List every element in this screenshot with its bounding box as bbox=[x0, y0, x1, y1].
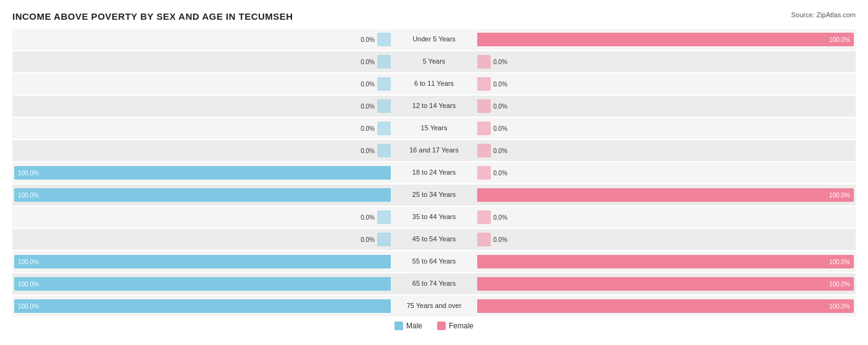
female-value: 100.0% bbox=[829, 303, 850, 310]
right-section: 0.0% bbox=[477, 229, 856, 250]
right-section: 100.0% bbox=[477, 296, 856, 317]
left-section: 100.0% bbox=[12, 251, 391, 272]
male-value: 0.0% bbox=[361, 148, 375, 154]
left-section: 0.0% bbox=[12, 29, 391, 50]
legend-female: Female bbox=[437, 322, 474, 330]
legend: Male Female bbox=[12, 322, 856, 330]
bar-row: 0.0%5 Years0.0% bbox=[12, 51, 856, 72]
bar-row: 100.0%18 to 24 Years0.0% bbox=[12, 162, 856, 183]
left-section: 100.0% bbox=[12, 185, 391, 206]
chart-area: 0.0%Under 5 Years100.0%0.0%5 Years0.0%0.… bbox=[12, 29, 856, 317]
left-section: 100.0% bbox=[12, 273, 391, 294]
female-value: 100.0% bbox=[829, 192, 850, 199]
right-section: 100.0% bbox=[477, 185, 856, 206]
male-swatch bbox=[394, 322, 403, 330]
bar-row: 0.0%6 to 11 Years0.0% bbox=[12, 73, 856, 94]
female-value: 0.0% bbox=[493, 125, 507, 132]
female-value: 0.0% bbox=[493, 81, 507, 88]
male-value: 100.0% bbox=[18, 259, 39, 265]
age-label: 35 to 44 Years bbox=[391, 213, 477, 221]
left-section: 0.0% bbox=[12, 140, 391, 161]
bar-row: 0.0%12 to 14 Years0.0% bbox=[12, 96, 856, 117]
age-label: 65 to 74 Years bbox=[391, 280, 477, 288]
male-legend-label: Male bbox=[406, 322, 422, 330]
left-section: 0.0% bbox=[12, 229, 391, 250]
bar-row: 0.0%45 to 54 Years0.0% bbox=[12, 229, 856, 250]
bar-row: 0.0%15 Years0.0% bbox=[12, 118, 856, 139]
age-label: 15 Years bbox=[391, 124, 477, 132]
female-value: 0.0% bbox=[493, 170, 507, 177]
right-section: 0.0% bbox=[477, 162, 856, 183]
left-section: 0.0% bbox=[12, 207, 391, 228]
male-value: 100.0% bbox=[18, 192, 39, 199]
age-label: 55 to 64 Years bbox=[391, 257, 477, 265]
female-value: 0.0% bbox=[493, 148, 507, 154]
age-label: 25 to 34 Years bbox=[391, 191, 477, 199]
right-section: 0.0% bbox=[477, 73, 856, 94]
left-section: 100.0% bbox=[12, 162, 391, 183]
chart-title: INCOME ABOVE POVERTY BY SEX AND AGE IN T… bbox=[12, 11, 293, 22]
male-value: 0.0% bbox=[361, 81, 375, 88]
left-section: 0.0% bbox=[12, 51, 391, 72]
right-section: 0.0% bbox=[477, 140, 856, 161]
female-value: 100.0% bbox=[829, 36, 850, 43]
male-value: 0.0% bbox=[361, 125, 375, 132]
right-section: 0.0% bbox=[477, 96, 856, 117]
bar-row: 100.0%55 to 64 Years100.0% bbox=[12, 251, 856, 272]
male-value: 100.0% bbox=[18, 170, 39, 177]
right-section: 0.0% bbox=[477, 51, 856, 72]
male-value: 100.0% bbox=[18, 281, 39, 288]
bar-row: 100.0%65 to 74 Years100.0% bbox=[12, 273, 856, 294]
age-label: 5 Years bbox=[391, 57, 477, 65]
bar-row: 100.0%75 Years and over100.0% bbox=[12, 296, 856, 317]
left-section: 0.0% bbox=[12, 96, 391, 117]
female-value: 100.0% bbox=[829, 259, 850, 265]
age-label: 12 to 14 Years bbox=[391, 102, 477, 110]
age-label: 16 and 17 Years bbox=[391, 146, 477, 154]
male-value: 100.0% bbox=[18, 303, 39, 310]
legend-male: Male bbox=[394, 322, 422, 330]
female-value: 0.0% bbox=[493, 103, 507, 110]
age-label: 18 to 24 Years bbox=[391, 168, 477, 177]
age-label: 45 to 54 Years bbox=[391, 235, 477, 243]
age-label: Under 5 Years bbox=[391, 35, 477, 43]
left-section: 0.0% bbox=[12, 73, 391, 94]
left-section: 0.0% bbox=[12, 118, 391, 139]
bar-row: 0.0%35 to 44 Years0.0% bbox=[12, 207, 856, 228]
bar-row: 0.0%16 and 17 Years0.0% bbox=[12, 140, 856, 161]
female-value: 100.0% bbox=[829, 281, 850, 288]
female-legend-label: Female bbox=[449, 322, 474, 330]
female-swatch bbox=[437, 322, 446, 330]
female-value: 0.0% bbox=[493, 59, 507, 65]
age-label: 75 Years and over bbox=[391, 302, 477, 310]
male-value: 0.0% bbox=[361, 103, 375, 110]
male-value: 0.0% bbox=[361, 36, 375, 43]
female-value: 0.0% bbox=[493, 214, 507, 221]
male-value: 0.0% bbox=[361, 236, 375, 243]
male-value: 0.0% bbox=[361, 59, 375, 65]
bar-row: 100.0%25 to 34 Years100.0% bbox=[12, 185, 856, 206]
female-value: 0.0% bbox=[493, 236, 507, 243]
source-label: Source: ZipAtlas.com bbox=[791, 11, 856, 19]
left-section: 100.0% bbox=[12, 296, 391, 317]
right-section: 100.0% bbox=[477, 251, 856, 272]
right-section: 100.0% bbox=[477, 29, 856, 50]
bar-row: 0.0%Under 5 Years100.0% bbox=[12, 29, 856, 50]
right-section: 0.0% bbox=[477, 207, 856, 228]
right-section: 100.0% bbox=[477, 273, 856, 294]
right-section: 0.0% bbox=[477, 118, 856, 139]
age-label: 6 to 11 Years bbox=[391, 80, 477, 88]
male-value: 0.0% bbox=[361, 214, 375, 221]
